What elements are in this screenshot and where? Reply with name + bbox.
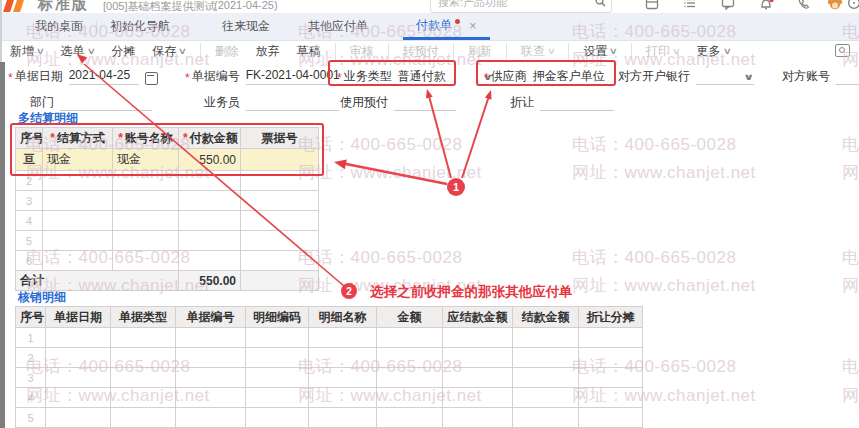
calendar-app-icon[interactable]: [645, 0, 661, 12]
annotation-arrowhead-grid: [334, 159, 347, 169]
writeoff-empty-row[interactable]: 5: [16, 408, 643, 428]
chevron-down-icon: ∨: [609, 46, 618, 56]
watermark-text: 电话：400-665-0028: [572, 246, 736, 269]
notification-bell-icon[interactable]: [759, 0, 775, 12]
tab-label: 付款单: [416, 17, 452, 34]
settlement-empty-row[interactable]: 6: [16, 251, 319, 271]
settlement-method-cell[interactable]: 现金: [43, 149, 113, 171]
col-header[interactable]: 结款金额: [513, 307, 579, 328]
calendar-icon[interactable]: [145, 72, 158, 85]
col-header[interactable]: *账号名称: [113, 128, 179, 149]
col-header[interactable]: 折让分摊: [579, 307, 643, 328]
row-detail-icon[interactable]: 亘: [23, 152, 35, 166]
allocate-button[interactable]: 分摊: [111, 43, 135, 60]
phone-support-icon[interactable]: [797, 0, 813, 12]
col-header[interactable]: *付款金额: [179, 128, 241, 149]
field-label: 部门: [30, 94, 54, 111]
voucher-toolbar: 新增∨ 选单∨ 分摊 保存∨ 删除 放弃 草稿 审核 转预付 刷新 联查∨ 设置…: [10, 40, 850, 62]
field-label: 使用预付: [340, 94, 388, 111]
col-header[interactable]: 票据号: [241, 128, 319, 149]
settlement-row-1[interactable]: 亘 现金 现金 550.00: [16, 149, 319, 171]
field-label: 对方开户银行: [618, 68, 690, 85]
tab-payment[interactable]: 付款单 ×: [403, 13, 490, 40]
select-doc-button[interactable]: 选单∨: [61, 43, 95, 60]
settlement-empty-row[interactable]: 5: [16, 231, 319, 251]
field-label: 业务类型: [344, 68, 392, 85]
watermark-text: 网址：www.chanjet.net: [298, 161, 482, 184]
help-icon[interactable]: [847, 0, 859, 12]
payment-amount-cell[interactable]: 550.00: [179, 149, 241, 171]
settlement-section-title[interactable]: 多结算明细: [18, 110, 78, 127]
use-prepay-value[interactable]: [394, 94, 456, 111]
writeoff-header-row: 序号 单据日期 单据类型 单据编号 明细编码 明细名称 金额 应结款金额 结款金…: [16, 307, 643, 328]
supplier-value[interactable]: 押金客户单位: [533, 68, 613, 85]
settings-button[interactable]: 设置∨: [583, 43, 632, 60]
search-icon[interactable]: [595, 0, 606, 7]
writeoff-empty-row[interactable]: 1: [16, 328, 643, 348]
search-input[interactable]: 搜索:产品功能: [430, 0, 612, 13]
new-button[interactable]: 新增∨: [10, 43, 44, 60]
col-header[interactable]: 金额: [377, 307, 443, 328]
writeoff-section-title[interactable]: 核销明细: [18, 289, 66, 306]
col-header[interactable]: 单据日期: [46, 307, 111, 328]
doc-number-value[interactable]: FK-2021-04-0001: [246, 68, 341, 85]
annotation-line-supplier: [462, 96, 489, 178]
field-label: 业务员: [204, 94, 240, 111]
biz-type-value[interactable]: 普通付款∨: [398, 68, 494, 85]
writeoff-grid: 序号 单据日期 单据类型 单据编号 明细编码 明细名称 金额 应结款金额 结款金…: [15, 306, 643, 428]
settlement-empty-row[interactable]: 3: [16, 191, 319, 211]
col-header[interactable]: 明细编码: [246, 307, 309, 328]
doc-number-field[interactable]: * 单据编号 FK-2021-04-0001: [185, 68, 341, 85]
discount-value[interactable]: [540, 94, 614, 111]
doc-date-value[interactable]: 2021-04-25: [69, 68, 139, 85]
abandon-button[interactable]: 放弃: [256, 43, 280, 60]
screenshot-icon[interactable]: [835, 44, 850, 57]
supplier-field[interactable]: * 供应商 押金客户单位: [484, 68, 613, 85]
counter-account-value[interactable]: [836, 68, 859, 85]
watermark-text: 网址：www.chanjet.net: [842, 161, 859, 184]
more-button[interactable]: 更多∨: [697, 43, 731, 60]
biz-type-select[interactable]: * 业务类型 普通付款∨: [337, 68, 494, 85]
draft-button[interactable]: 草稿: [297, 43, 336, 60]
use-prepay-field[interactable]: 使用预付: [340, 94, 456, 111]
refresh-button: 刷新: [468, 43, 507, 60]
search-placeholder: 搜索:产品功能: [438, 0, 507, 10]
col-header[interactable]: 应结款金额: [443, 307, 513, 328]
chevron-down-icon: ∨: [86, 46, 95, 56]
mascot-icon[interactable]: [826, 0, 842, 12]
message-icon[interactable]: [721, 0, 737, 12]
writeoff-empty-row[interactable]: 4: [16, 388, 643, 408]
discount-field[interactable]: 折让: [510, 94, 614, 111]
col-header[interactable]: 单据类型: [111, 307, 176, 328]
bill-number-cell[interactable]: [241, 149, 319, 171]
save-button[interactable]: 保存∨: [152, 43, 201, 60]
department-field[interactable]: 部门: [30, 94, 152, 111]
col-header[interactable]: 序号: [16, 307, 46, 328]
col-header[interactable]: 明细名称: [309, 307, 377, 328]
salesman-value[interactable]: [246, 94, 339, 111]
counter-bank-value[interactable]: ∨: [696, 68, 754, 85]
chevron-down-icon: ∨: [672, 46, 681, 56]
tab-cash[interactable]: 往来现金: [209, 13, 283, 40]
tab-other-payable[interactable]: 其他应付单: [295, 13, 381, 40]
annotation-line-grid: [341, 163, 447, 184]
writeoff-empty-row[interactable]: 2: [16, 348, 643, 368]
salesman-field[interactable]: 业务员: [204, 94, 339, 111]
col-header[interactable]: *结算方式: [43, 128, 113, 149]
col-header[interactable]: 单据编号: [176, 307, 246, 328]
account-name-cell[interactable]: 现金: [113, 149, 179, 171]
col-header[interactable]: 序号: [16, 128, 43, 149]
total-label: 合计: [16, 271, 179, 291]
writeoff-empty-row[interactable]: 3: [16, 368, 643, 388]
close-tab-icon[interactable]: ×: [469, 18, 477, 33]
tab-init-nav[interactable]: 初始化导航: [97, 13, 183, 40]
settlement-empty-row[interactable]: 2: [16, 171, 319, 191]
doc-date-field[interactable]: * 单据日期 2021-04-25: [8, 68, 158, 85]
department-value[interactable]: [60, 94, 152, 111]
field-label: 单据日期: [15, 68, 63, 85]
task-list-icon[interactable]: [683, 0, 699, 12]
counter-bank-select[interactable]: 对方开户银行 ∨: [618, 68, 754, 85]
tab-my-desktop[interactable]: 我的桌面: [22, 13, 96, 40]
settlement-empty-row[interactable]: 4: [16, 211, 319, 231]
counter-account-field[interactable]: 对方账号: [782, 68, 859, 85]
